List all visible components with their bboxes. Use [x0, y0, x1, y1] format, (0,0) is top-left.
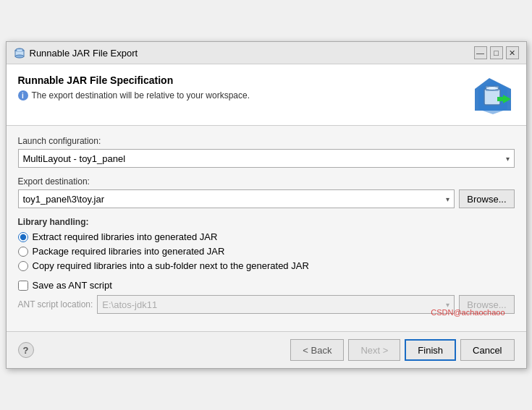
save-ant-checkbox[interactable]: [18, 281, 28, 291]
watermark: CSDN@achaochaoo: [431, 308, 504, 317]
launch-config-label: Launch configuration:: [18, 136, 515, 146]
export-dest-group: Export destination: ▾ Browse...: [18, 176, 515, 208]
title-bar-title: Runnable JAR File Export: [30, 48, 138, 59]
title-bar-controls: — □ ✕: [474, 46, 519, 59]
jar-export-icon: [471, 74, 515, 118]
export-dest-input[interactable]: [23, 194, 444, 205]
svg-rect-3: [17, 49, 22, 51]
export-dest-label: Export destination:: [18, 176, 515, 187]
launch-config-combo[interactable]: ▾: [18, 149, 515, 168]
ant-location-arrow: ▾: [446, 301, 449, 309]
export-dest-browse-button[interactable]: Browse...: [459, 189, 514, 208]
page-title: Runnable JAR File Specification: [18, 74, 250, 86]
finish-button[interactable]: Finish: [405, 339, 456, 361]
back-button[interactable]: < Back: [290, 339, 344, 361]
close-button[interactable]: ✕: [506, 46, 519, 59]
radio-copy-input[interactable]: [18, 261, 28, 271]
launch-config-arrow: ▾: [506, 155, 510, 163]
content-header: Runnable JAR File Specification i The ex…: [7, 64, 526, 126]
minimize-button[interactable]: —: [474, 46, 487, 59]
content-body: Launch configuration: ▾ Export destinati…: [7, 126, 526, 331]
ant-location-combo: ▾: [97, 295, 455, 314]
export-dest-arrow: ▾: [446, 195, 449, 203]
footer-left: ?: [18, 342, 34, 358]
jar-title-icon: [14, 47, 25, 59]
radio-extract-input[interactable]: [18, 232, 28, 242]
svg-rect-10: [497, 97, 504, 101]
info-line: i The export destination will be relativ…: [18, 90, 250, 101]
title-bar-left: Runnable JAR File Export: [14, 47, 138, 59]
info-icon: i: [18, 90, 28, 101]
save-ant-row: Save as ANT script: [18, 280, 515, 291]
radio-extract: Extract required libraries into generate…: [18, 231, 515, 242]
next-button[interactable]: Next >: [348, 339, 400, 361]
launch-config-group: Launch configuration: ▾: [18, 136, 515, 168]
ant-location-input: [102, 299, 443, 310]
footer-right: < Back Next > Finish Cancel: [290, 339, 514, 361]
dialog: Runnable JAR File Export — □ ✕ Runnable …: [6, 41, 527, 369]
footer: ? < Back Next > Finish Cancel: [7, 331, 526, 368]
radio-extract-label[interactable]: Extract required libraries into generate…: [33, 231, 218, 242]
maximize-button[interactable]: □: [490, 46, 503, 59]
info-text: The export destination will be relative …: [32, 90, 250, 101]
library-handling-section: Library handling: Extract required libra…: [18, 217, 515, 271]
svg-point-8: [486, 87, 499, 90]
ant-location-label: ANT script location:: [18, 299, 93, 309]
export-dest-row: ▾ Browse...: [18, 189, 515, 208]
radio-copy-label[interactable]: Copy required libraries into a sub-folde…: [33, 260, 309, 271]
svg-point-2: [15, 55, 24, 58]
launch-config-input[interactable]: [23, 153, 503, 164]
help-button[interactable]: ?: [18, 342, 34, 358]
export-dest-combo[interactable]: ▾: [18, 189, 455, 208]
radio-copy: Copy required libraries into a sub-folde…: [18, 260, 515, 271]
header-text-area: Runnable JAR File Specification i The ex…: [18, 74, 250, 101]
radio-package-label[interactable]: Package required libraries into generate…: [33, 246, 225, 257]
cancel-button[interactable]: Cancel: [460, 339, 514, 361]
title-bar: Runnable JAR File Export — □ ✕: [7, 42, 526, 64]
library-handling-label: Library handling:: [18, 217, 515, 227]
radio-package-input[interactable]: [18, 247, 28, 257]
radio-package: Package required libraries into generate…: [18, 246, 515, 257]
save-ant-label[interactable]: Save as ANT script: [33, 280, 112, 291]
